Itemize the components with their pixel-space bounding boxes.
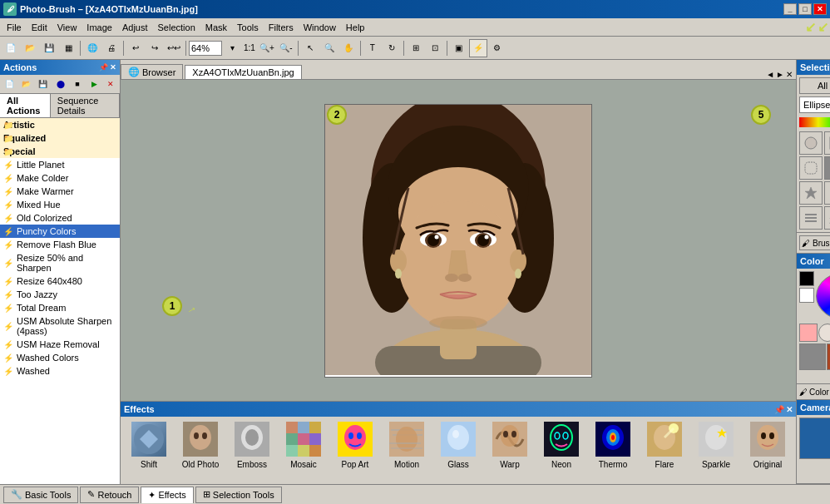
effect-shift[interactable]: Shift	[124, 420, 174, 469]
browse-button[interactable]: 🌐	[83, 39, 101, 57]
brushes-button[interactable]: 🖌 Brushes	[799, 235, 830, 250]
action-item-make-colder[interactable]: ⚡ Make Colder	[0, 171, 120, 185]
action-item-total-dream[interactable]: ⚡ Total Dream	[0, 301, 120, 314]
effect-mosaic[interactable]: Mosaic	[279, 420, 329, 469]
actions-new-btn[interactable]: 📄	[2, 77, 17, 91]
menu-help[interactable]: Help	[341, 21, 370, 34]
shape-circle[interactable]	[799, 131, 823, 155]
action-item-artistic[interactable]: 📁 Artistic	[0, 118, 120, 131]
menu-view[interactable]: View	[52, 21, 82, 34]
minimize-button[interactable]: _	[783, 3, 797, 15]
zoom-dropdown[interactable]: ▾	[223, 39, 241, 57]
effects-button[interactable]: ✦ Effects	[141, 487, 193, 503]
zoom-out-button[interactable]: 🔍-	[277, 39, 295, 57]
color-wheel[interactable]	[816, 271, 830, 321]
retouch-button[interactable]: ✎ Retouch	[80, 487, 139, 503]
actions-delete-btn[interactable]: ✕	[103, 77, 118, 91]
panel-close-icon[interactable]: ✕	[110, 63, 116, 72]
action-item-usm-sharpen[interactable]: ⚡ USM Absolute Sharpen (4pass)	[0, 314, 120, 338]
panel-close-icon[interactable]: ✕	[786, 70, 793, 79]
shape-dot-grid[interactable]	[824, 181, 830, 205]
menu-adjust[interactable]: Adjust	[117, 21, 153, 34]
action-item-special[interactable]: 📁 Special	[0, 145, 120, 158]
title-controls[interactable]: _ □ ✕	[783, 3, 827, 15]
nav-prev-icon[interactable]: ◄	[766, 70, 774, 79]
effect-thermo[interactable]: Thermo	[588, 420, 638, 469]
transform-tool[interactable]: ⊡	[426, 39, 444, 57]
color-white-swatch[interactable]	[799, 288, 814, 303]
tab-browser[interactable]: 🌐 Browser	[121, 64, 183, 79]
menu-window[interactable]: Window	[299, 21, 341, 34]
effect-btn[interactable]: ⚡	[469, 39, 487, 57]
actions-open-btn[interactable]: 📂	[18, 77, 33, 91]
menu-edit[interactable]: Edit	[27, 21, 52, 34]
color-tab-btn[interactable]: 🖌 Color	[797, 384, 830, 399]
action-item-resize-640[interactable]: ⚡ Resize 640x480	[0, 274, 120, 288]
shape-rounded-rect[interactable]	[799, 156, 823, 180]
action-item-too-jazzy[interactable]: ⚡ Too Jazzy	[0, 288, 120, 301]
undo-button[interactable]: ↩	[126, 39, 145, 57]
effect-neon[interactable]: Neon	[536, 420, 586, 469]
selection-tools-button[interactable]: ⊞ Selection Tools	[195, 487, 282, 503]
menu-filters[interactable]: Filters	[264, 21, 299, 34]
action-item-make-warmer[interactable]: ⚡ Make Warmer	[0, 185, 120, 198]
actions-save-btn[interactable]: 💾	[35, 77, 50, 91]
effects-pin-icon[interactable]: 📌	[774, 405, 784, 414]
color-preset-gray-circle[interactable]	[818, 324, 830, 342]
action-item-remove-flash-blue[interactable]: ⚡ Remove Flash Blue	[0, 238, 120, 251]
setting-btn[interactable]: ⚙	[488, 39, 506, 57]
redo-button[interactable]: ↪	[146, 39, 164, 57]
actions-stop-btn[interactable]: ■	[70, 77, 85, 91]
shape-diag-lines[interactable]	[824, 206, 830, 230]
shape-star[interactable]	[799, 181, 823, 205]
tab-all-actions[interactable]: All Actions	[0, 94, 51, 117]
rotate-tool[interactable]: ↻	[383, 39, 401, 57]
selection-shape-dropdown[interactable]: Ellipse Rectangle Lasso	[799, 96, 830, 113]
effect-pop-art[interactable]: Pop Art	[330, 420, 380, 469]
undo2-button[interactable]: ↩↩	[165, 39, 183, 57]
effect-glass[interactable]: Glass	[433, 420, 483, 469]
effect-original[interactable]: Original	[743, 420, 793, 469]
selection-all-button[interactable]: All	[799, 77, 830, 94]
menu-selection[interactable]: Selection	[153, 21, 200, 34]
action-item-mixed-hue[interactable]: ⚡ Mixed Hue	[0, 198, 120, 211]
open-button[interactable]: 📂	[21, 39, 39, 57]
effects-controls[interactable]: 📌 ✕	[774, 405, 793, 414]
effects-close-icon[interactable]: ✕	[786, 405, 793, 414]
actions-play-btn[interactable]: ▶	[86, 77, 101, 91]
selection-gradient-slider[interactable]	[799, 117, 830, 127]
zoom-tool[interactable]: 🔍	[320, 39, 338, 57]
color-black-swatch[interactable]	[799, 271, 814, 286]
print-button[interactable]: 🖨	[102, 39, 121, 57]
image-container[interactable]	[324, 104, 592, 378]
action-item-old-colorized[interactable]: ⚡ Old Colorized	[0, 211, 120, 225]
action-item-punchy-colors[interactable]: ⚡ Punchy Colors	[0, 225, 120, 238]
action-item-little-planet[interactable]: ⚡ Little Planet	[0, 158, 120, 171]
maximize-button[interactable]: □	[798, 3, 812, 15]
action-item-usm-haze[interactable]: ⚡ USM Haze Removal	[0, 338, 120, 351]
action-item-resize-50[interactable]: ⚡ Resize 50% and Sharpen	[0, 251, 120, 274]
basic-tools-button[interactable]: 🔧 Basic Tools	[3, 487, 78, 503]
shape-rect[interactable]	[824, 131, 830, 155]
tab-image-file[interactable]: XzA4OTIxMzUuanBn.jpg	[185, 65, 301, 79]
texture-swatch-1[interactable]	[799, 343, 826, 370]
hand-tool[interactable]: ✋	[339, 39, 358, 57]
shape-lines[interactable]	[799, 206, 823, 230]
nav-next-icon[interactable]: ►	[776, 70, 784, 79]
effect-flare[interactable]: Flare	[640, 420, 689, 469]
save-button[interactable]: 💾	[40, 39, 58, 57]
menu-tools[interactable]: Tools	[232, 21, 264, 34]
filter-btn[interactable]: ▣	[450, 39, 468, 57]
new-button[interactable]: 📄	[2, 39, 20, 57]
actions-record-btn[interactable]: ⬤	[53, 77, 68, 91]
menu-file[interactable]: File	[2, 21, 27, 34]
select-tool[interactable]: ↖	[301, 39, 319, 57]
texture-swatch-2[interactable]	[827, 343, 830, 370]
action-item-equalized[interactable]: 📁 Equalized	[0, 131, 120, 145]
menu-mask[interactable]: Mask	[200, 21, 232, 34]
doc-tab-controls[interactable]: ◄ ► ✕	[763, 70, 796, 79]
close-button[interactable]: ✕	[813, 3, 827, 15]
action-item-washed-colors[interactable]: ⚡ Washed Colors	[0, 351, 120, 364]
effect-warp[interactable]: Warp	[485, 420, 535, 469]
crop-tool[interactable]: ⊞	[407, 39, 425, 57]
